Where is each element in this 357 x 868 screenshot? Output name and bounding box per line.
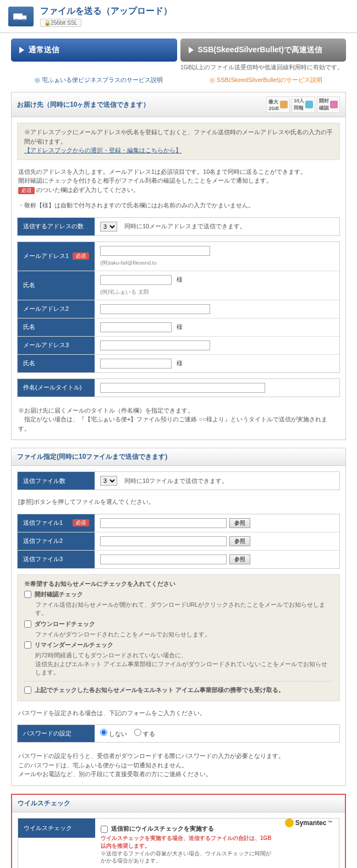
page-header: ファイルを送る（アップロード） 🔒256bit SSL <box>0 0 357 33</box>
label-addr3: メールアドレス3 <box>18 337 95 354</box>
input-addr2[interactable] <box>100 304 210 314</box>
section-destination: お届け先（同時に10ヶ所まで送信できます） 最大2GB 10人同報 開封確認 ※… <box>11 92 346 440</box>
tab-ssb-send[interactable]: SSB(SkeedSilverBullet)で高速送信 <box>180 39 347 62</box>
label-file2: 送信ファイル2 <box>18 532 95 550</box>
input-subject[interactable] <box>100 383 265 393</box>
input-addr1[interactable] <box>100 246 210 256</box>
radio-pw-yes[interactable] <box>134 729 141 736</box>
label-name1: 氏名 <box>18 271 95 300</box>
label-addr-count: 送信するアドレスの数 <box>18 218 95 235</box>
browse-btn-3[interactable]: 参照 <box>229 554 250 564</box>
select-file-count[interactable]: 3 <box>100 476 117 486</box>
chk-open-confirm[interactable] <box>24 591 31 598</box>
input-file1[interactable] <box>100 518 227 528</box>
svg-point-3 <box>23 19 25 21</box>
addressbook-note: ※アドレスブックにメールアドレスや氏名を登録しておくと、ファイル送信時のメールア… <box>24 128 333 146</box>
input-file3[interactable] <box>100 554 227 564</box>
browse-btn-1[interactable]: 参照 <box>229 518 250 528</box>
section-virus: ウイルスチェック ウイルスチェック 送信前にウイルスチェックを実施する ウイルス… <box>11 794 346 869</box>
input-addr3[interactable] <box>100 340 210 350</box>
svg-rect-0 <box>13 13 23 19</box>
page-title: ファイルを送る（アップロード） <box>40 6 349 17</box>
virus-header: ウイルスチェック <box>12 795 345 812</box>
label-file3: 送信ファイル3 <box>18 551 95 568</box>
addressbook-link[interactable]: 【アドレスブックからの選択・登録・編集はこちらから】 <box>24 147 182 153</box>
tab-normal-send[interactable]: 通常送信 <box>11 39 177 62</box>
label-virus: ウイルスチェック <box>18 818 95 838</box>
dest-header: お届け先（同時に10ヶ所まで送信できます） <box>17 100 150 109</box>
symantec-logo: Symantec™ <box>285 818 333 827</box>
mode-tabs: 通常送信 SSB(SkeedSilverBullet)で高速送信 <box>0 33 357 64</box>
svg-point-2 <box>15 19 18 21</box>
chk-reminder[interactable] <box>24 641 31 649</box>
link-ssb-service[interactable]: ◎SSB(SkeedSilverBullet)のサービス説明 <box>210 76 323 84</box>
label-name2: 氏名 <box>18 318 95 336</box>
files-header: ファイル指定(同時に10ファイルまで送信できます) <box>12 448 345 466</box>
label-addr1: メールアドレス1 <box>23 252 69 260</box>
label-file1: 送信ファイル1 <box>23 519 63 527</box>
chk-download[interactable] <box>24 620 31 628</box>
label-file-count: 送信ファイル数 <box>18 472 95 490</box>
chk-mobile[interactable] <box>24 686 31 694</box>
section-files: ファイル指定(同時に10ファイルまで送信できます) 送信ファイル数 3 同時に1… <box>11 448 346 786</box>
label-name3: 氏名 <box>18 355 95 372</box>
input-name3[interactable] <box>100 359 172 369</box>
browse-btn-2[interactable]: 参照 <box>229 536 250 546</box>
input-file2[interactable] <box>100 536 227 546</box>
label-password: パスワードの設定 <box>18 725 95 742</box>
ssl-badge: 🔒256bit SSL <box>40 19 81 27</box>
label-subject: 件名(メールタイトル) <box>18 379 95 397</box>
chk-virus[interactable] <box>101 826 108 833</box>
ssb-subtitle: 1GB以上のファイル送受信時や低速回線利用時に有効です。 <box>0 64 357 73</box>
truck-icon <box>8 7 34 26</box>
feature-badges: 最大2GB 10人同報 開封確認 <box>266 96 340 113</box>
link-biz-service[interactable]: ◎宅ふぁいる便ビジネスプラスのサービス説明 <box>35 76 163 84</box>
input-name1[interactable] <box>100 275 172 285</box>
radio-pw-no[interactable] <box>100 729 107 736</box>
input-name2[interactable] <box>100 322 172 332</box>
label-addr2: メールアドレス2 <box>18 300 95 318</box>
select-addr-count[interactable]: 3 <box>100 222 117 232</box>
